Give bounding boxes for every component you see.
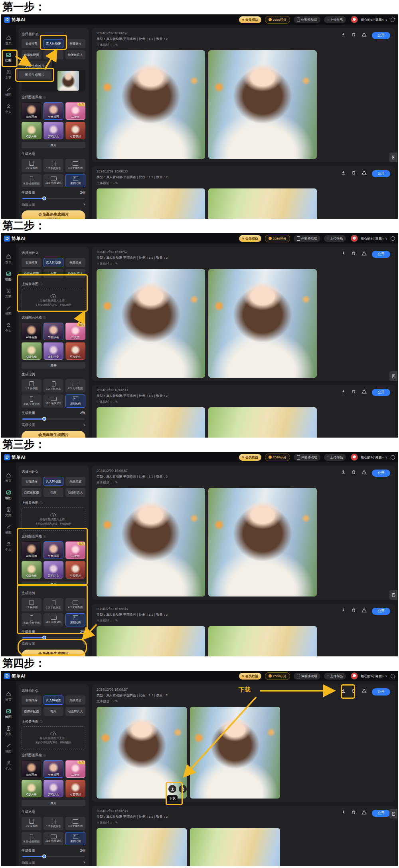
style-ai-face[interactable]: AI绘画脸	[22, 760, 41, 778]
menu-item-text-to-image[interactable]: 文字生成图片	[19, 62, 51, 70]
sidebar-item-draw[interactable]: 绘图	[5, 52, 12, 63]
generated-image-2[interactable]	[190, 828, 280, 866]
ratio-16-9[interactable]: 16:9 电脑壁纸	[43, 394, 63, 408]
mode-media-illustration[interactable]: 自媒体配图	[22, 488, 41, 497]
style-chibi-avatar[interactable]: Q版头像	[22, 561, 41, 579]
power-icon[interactable]	[391, 236, 395, 241]
trash-icon[interactable]	[351, 470, 356, 475]
ratio-original[interactable]: 原图比例	[65, 832, 85, 845]
ratio-1-1[interactable]: 1:1 头像图	[22, 817, 41, 830]
trash-icon[interactable]	[351, 608, 356, 613]
report-icon[interactable]	[361, 688, 367, 694]
avatar[interactable]	[351, 672, 358, 680]
ratio-1-2[interactable]: 1:2 手机屏幕	[43, 379, 63, 392]
count-slider[interactable]	[22, 637, 85, 638]
ratio-4-3[interactable]: 4:3 文章配图	[65, 159, 85, 172]
sidebar-item-draw[interactable]: 绘图	[5, 271, 12, 281]
ratio-16-9[interactable]: 16:9 电脑壁纸	[43, 174, 63, 187]
download-icon[interactable]	[341, 170, 346, 175]
vip-benefits-button[interactable]: V会员权益	[239, 235, 261, 242]
generated-image-2[interactable]	[208, 269, 317, 378]
ratio-4-3[interactable]: 4:3 文章配图	[65, 379, 85, 392]
mode-media-illustration[interactable]: 自媒体配图	[22, 269, 41, 278]
expand-button[interactable]: 展开	[22, 800, 85, 806]
trash-icon[interactable]	[351, 389, 356, 394]
mode-anime-to-real[interactable]: 动漫转真人	[65, 707, 85, 716]
generated-image-1[interactable]	[97, 407, 205, 438]
generated-image-1[interactable]	[97, 707, 187, 799]
generated-image-2[interactable]	[190, 707, 280, 799]
style-flat-illustration[interactable]: 平面插画	[43, 541, 63, 559]
publish-button[interactable]: 公开	[372, 251, 390, 258]
mode-real-to-anime[interactable]: 真人转动漫	[43, 39, 63, 48]
sidebar-item-home[interactable]: 首页	[5, 473, 12, 483]
mode-smart-recommend[interactable]: 智能推荐	[22, 477, 41, 486]
edit-icon[interactable]: ✎	[115, 481, 118, 484]
sidebar-item-home[interactable]: 首页	[5, 692, 12, 702]
power-icon[interactable]	[391, 674, 395, 678]
mode-smart-recommend[interactable]: 智能推荐	[22, 696, 41, 705]
sidebar-item-retouch[interactable]: 修图	[5, 743, 12, 753]
avatar[interactable]	[351, 16, 358, 23]
style-cute-baby[interactable]: 可爱萌娃	[65, 342, 85, 360]
publish-button[interactable]: 公开	[372, 810, 390, 817]
points-button[interactable]: 2686积分	[265, 235, 290, 242]
menu-item-image-to-image[interactable]: 图片生成图片	[19, 71, 51, 79]
trash-icon[interactable]	[351, 810, 356, 815]
vip-benefits-button[interactable]: V会员权益	[239, 16, 261, 23]
avatar[interactable]	[351, 235, 358, 242]
generate-button[interactable]: 会员高速生成图片(消耗3算力)	[22, 431, 85, 438]
ratio-original[interactable]: 原图比例	[65, 174, 85, 187]
points-button[interactable]: 2686积分	[265, 672, 290, 680]
report-icon[interactable]	[361, 810, 367, 815]
ratio-9-16[interactable]: 9:16 全身竖图	[22, 613, 41, 626]
count-slider[interactable]	[22, 856, 85, 857]
publish-button[interactable]: 公开	[372, 608, 390, 615]
generate-button[interactable]: 会员高速生成图片(消耗3算力)	[22, 650, 85, 656]
ratio-9-16[interactable]: 9:16 全身竖图	[22, 832, 41, 845]
generated-image-1[interactable]	[97, 50, 205, 159]
chevron-down-icon[interactable]: ∨	[385, 456, 387, 459]
ratio-1-2[interactable]: 1:2 手机屏幕	[43, 598, 63, 611]
feedback-doc-button[interactable]	[389, 590, 397, 600]
feedback-doc-button[interactable]	[389, 371, 397, 381]
sidebar-item-retouch[interactable]: 修图	[5, 524, 12, 535]
sidebar-item-home[interactable]: 首页	[5, 35, 12, 46]
report-icon[interactable]	[361, 389, 367, 394]
style-dreamy-girl[interactable]: 梦幻少女	[43, 780, 63, 797]
mode-real-to-anime[interactable]: 真人转动漫	[43, 477, 63, 486]
style-cute-baby[interactable]: 可爱萌娃	[65, 561, 85, 579]
edit-icon[interactable]: ✎	[115, 43, 118, 47]
upload-dropzone[interactable]: 点击或拖拽图片上传， 支持20M以内JPG、PNG图片	[22, 507, 85, 531]
mode-beauty-retouch[interactable]: 美颜磨皮	[65, 477, 85, 486]
sidebar-item-draw[interactable]: 绘图	[5, 490, 12, 500]
feedback-doc-button[interactable]	[389, 153, 397, 162]
style-ai-face[interactable]: AI绘画脸	[22, 323, 41, 340]
mode-ecommerce[interactable]: 电商	[43, 707, 63, 716]
style-ai-face[interactable]: AI绘画脸	[22, 102, 41, 120]
report-icon[interactable]	[361, 470, 367, 475]
generated-image-2[interactable]	[208, 488, 317, 597]
report-icon[interactable]	[361, 608, 367, 613]
mode-real-to-anime[interactable]: 真人转动漫	[43, 258, 63, 267]
mode-ecommerce[interactable]: 电商	[43, 488, 63, 497]
download-icon[interactable]	[341, 251, 346, 256]
sidebar-item-draw[interactable]: 绘图	[5, 709, 12, 719]
generated-image-2[interactable]	[208, 50, 317, 159]
ratio-1-2[interactable]: 1:2 手机屏幕	[43, 159, 63, 172]
advanced-settings[interactable]: 高级设置∨	[22, 423, 85, 428]
ratio-16-9[interactable]: 16:9 电脑壁纸	[43, 613, 63, 626]
sidebar-item-retouch[interactable]: 修图	[5, 305, 12, 316]
mode-media-illustration[interactable]: 自媒体配图	[22, 50, 41, 59]
mobile-version-button[interactable]: 体验移动端	[294, 16, 320, 23]
trash-icon[interactable]	[351, 688, 356, 694]
expand-button[interactable]: 展开	[22, 581, 85, 587]
generated-image-2[interactable]	[208, 626, 317, 656]
slider-knob[interactable]	[42, 417, 46, 421]
edit-icon[interactable]: ✎	[115, 619, 118, 622]
vip-benefits-button[interactable]: V会员权益	[239, 673, 261, 680]
sidebar-item-retouch[interactable]: 修图	[5, 87, 12, 97]
ratio-4-3[interactable]: 4:3 文章配图	[65, 817, 85, 830]
edit-icon[interactable]: ✎	[115, 262, 118, 266]
style-cute-baby[interactable]: 可爱萌娃	[65, 122, 85, 139]
